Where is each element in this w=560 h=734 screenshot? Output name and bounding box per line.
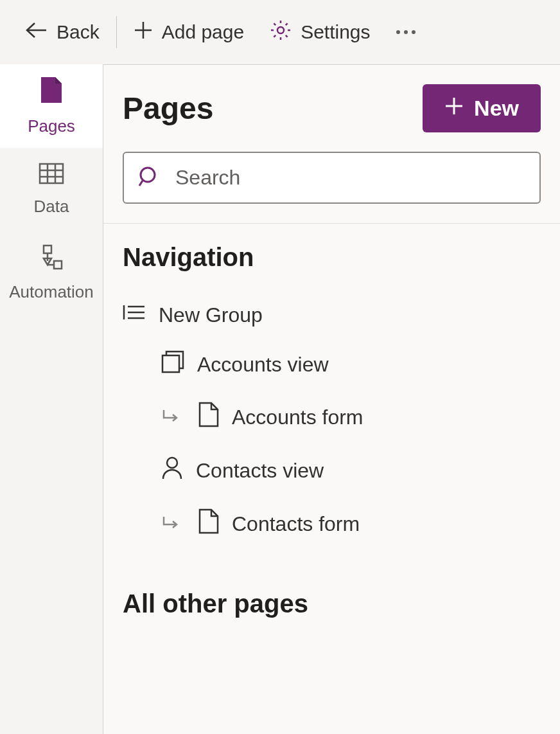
add-page-button[interactable]: Add page xyxy=(121,14,257,51)
tree-item-accounts-view[interactable]: Accounts view xyxy=(123,339,541,390)
page-icon xyxy=(40,76,63,109)
new-button-label: New xyxy=(474,96,519,121)
child-arrow-icon xyxy=(161,406,179,429)
navigation-heading: Navigation xyxy=(123,243,541,272)
plus-icon xyxy=(134,21,153,44)
svg-rect-23 xyxy=(162,355,179,372)
tree-group-label: New Group xyxy=(159,303,263,327)
svg-point-24 xyxy=(167,458,177,468)
search-icon xyxy=(138,166,160,190)
settings-label: Settings xyxy=(301,21,370,43)
sidenav-automation-label: Automation xyxy=(9,282,94,302)
svg-rect-10 xyxy=(54,261,62,269)
sidenav-item-automation[interactable]: Automation xyxy=(0,231,103,315)
main-panel: Pages New xyxy=(103,64,560,734)
tree-item-label: Accounts view xyxy=(197,353,329,377)
tree-item-label: Contacts form xyxy=(232,512,360,536)
svg-rect-9 xyxy=(44,246,51,253)
tree-item-label: Contacts view xyxy=(196,459,324,483)
other-pages-section: All other pages xyxy=(103,557,560,644)
form-icon xyxy=(198,508,219,539)
table-icon xyxy=(39,163,64,189)
tree-item-accounts-form[interactable]: Accounts form xyxy=(123,390,541,444)
sidenav-pages-label: Pages xyxy=(28,116,75,136)
plus-icon xyxy=(444,96,464,121)
tree-item-contacts-form[interactable]: Contacts form xyxy=(123,497,541,551)
other-pages-heading: All other pages xyxy=(123,589,541,618)
list-icon xyxy=(123,303,146,327)
svg-point-3 xyxy=(277,27,284,33)
add-page-label: Add page xyxy=(162,21,244,43)
toolbar: Back Add page Settings xyxy=(0,0,560,64)
svg-rect-4 xyxy=(40,164,63,183)
side-nav: Pages Data xyxy=(0,64,103,734)
svg-line-17 xyxy=(139,181,143,186)
sidenav-data-label: Data xyxy=(34,197,69,217)
panel-title: Pages xyxy=(123,91,213,126)
gear-icon xyxy=(270,19,292,46)
child-arrow-icon xyxy=(161,512,179,536)
tree-item-contacts-view[interactable]: Contacts view xyxy=(123,444,541,497)
person-icon xyxy=(161,456,183,485)
search-input[interactable] xyxy=(123,152,541,204)
tree-group[interactable]: New Group xyxy=(123,291,541,339)
more-icon xyxy=(396,30,416,34)
toolbar-divider xyxy=(116,16,117,48)
back-label: Back xyxy=(57,21,100,43)
sidenav-item-pages[interactable]: Pages xyxy=(0,64,103,148)
navigation-section: Navigation New Group xyxy=(103,223,560,557)
form-icon xyxy=(198,402,219,433)
flow-icon xyxy=(39,244,64,274)
back-button[interactable]: Back xyxy=(13,15,112,49)
new-button[interactable]: New xyxy=(423,84,541,132)
settings-button[interactable]: Settings xyxy=(257,13,383,52)
arrow-left-icon xyxy=(26,21,48,43)
view-icon xyxy=(161,350,184,379)
more-button[interactable] xyxy=(383,24,428,40)
svg-point-16 xyxy=(141,168,155,182)
sidenav-item-data[interactable]: Data xyxy=(0,148,103,231)
tree-item-label: Accounts form xyxy=(232,406,363,429)
